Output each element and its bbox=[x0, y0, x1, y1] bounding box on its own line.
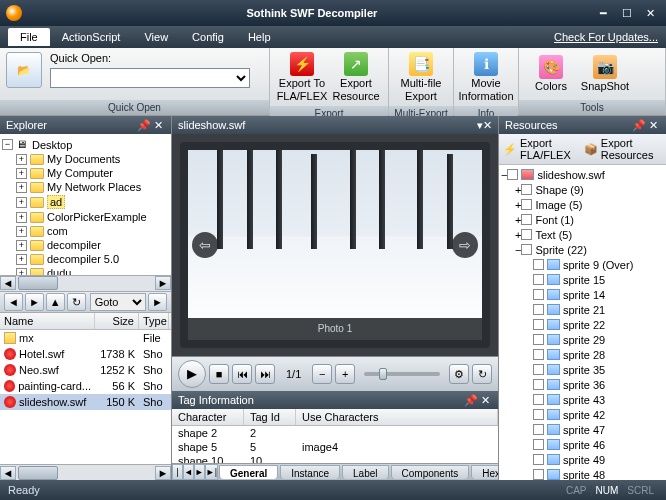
tab-next-button[interactable]: ► bbox=[194, 464, 205, 480]
res-category[interactable]: +Font (1) bbox=[501, 212, 664, 227]
colors-button[interactable]: 🎨Colors bbox=[525, 53, 577, 95]
menu-config[interactable]: Config bbox=[180, 28, 236, 46]
res-item[interactable]: sprite 43 bbox=[501, 392, 664, 407]
res-item[interactable]: sprite 49 bbox=[501, 452, 664, 467]
goto-select[interactable]: Goto bbox=[90, 293, 146, 311]
explorer-hscroll[interactable]: ◄► bbox=[0, 275, 171, 291]
export-resource-button[interactable]: ↗Export Resource bbox=[330, 50, 382, 104]
export-fla-link[interactable]: ⚡Export FLA/FLEX bbox=[503, 137, 580, 161]
seek-knob[interactable] bbox=[379, 368, 387, 380]
doc-tab[interactable]: slideshow.swf bbox=[178, 119, 245, 131]
forward-button[interactable]: ⏭ bbox=[255, 364, 275, 384]
filelist-hscroll[interactable]: ◄► bbox=[0, 464, 171, 480]
multifile-export-button[interactable]: 📑Multi-file Export bbox=[395, 50, 447, 104]
export-resources-link[interactable]: 📦Export Resources bbox=[584, 137, 662, 161]
stop-button[interactable]: ■ bbox=[209, 364, 229, 384]
scroll-right-icon[interactable]: ► bbox=[155, 276, 171, 290]
nav-fwd-button[interactable]: ► bbox=[25, 293, 44, 311]
res-category[interactable]: +Shape (9) bbox=[501, 182, 664, 197]
quick-open-select[interactable] bbox=[50, 68, 250, 88]
col-type[interactable]: Type bbox=[139, 313, 169, 329]
res-item[interactable]: sprite 48 bbox=[501, 467, 664, 480]
loop-button[interactable]: ↻ bbox=[472, 364, 492, 384]
panel-close-icon[interactable]: ✕ bbox=[151, 119, 165, 132]
res-category[interactable]: +Image (5) bbox=[501, 197, 664, 212]
res-item[interactable]: sprite 35 bbox=[501, 362, 664, 377]
tree-node[interactable]: +ad bbox=[2, 194, 169, 210]
menu-help[interactable]: Help bbox=[236, 28, 283, 46]
res-item[interactable]: sprite 47 bbox=[501, 422, 664, 437]
res-item[interactable]: sprite 22 bbox=[501, 317, 664, 332]
res-item[interactable]: sprite 29 bbox=[501, 332, 664, 347]
tree-node[interactable]: +My Network Places bbox=[2, 180, 169, 194]
res-item[interactable]: sprite 28 bbox=[501, 347, 664, 362]
tab-last-button[interactable]: ►| bbox=[205, 464, 218, 480]
snapshot-button[interactable]: 📷SnapShot bbox=[579, 53, 631, 95]
tree-node[interactable]: +My Computer bbox=[2, 166, 169, 180]
res-item[interactable]: sprite 42 bbox=[501, 407, 664, 422]
doc-close-icon[interactable]: ✕ bbox=[483, 119, 492, 132]
nav-up-button[interactable]: ▲ bbox=[46, 293, 65, 311]
taginfo-row[interactable]: shape 22 bbox=[172, 426, 498, 440]
file-row[interactable]: slideshow.swf150 KSho bbox=[0, 394, 171, 410]
tab-general[interactable]: General bbox=[219, 465, 278, 479]
zoom-in-button[interactable]: + bbox=[335, 364, 355, 384]
col-size[interactable]: Size bbox=[95, 313, 139, 329]
nav-back-button[interactable]: ◄ bbox=[4, 293, 23, 311]
res-category[interactable]: −Sprite (22) bbox=[501, 242, 664, 257]
rewind-button[interactable]: ⏮ bbox=[232, 364, 252, 384]
file-row[interactable]: painting-card...56 KSho bbox=[0, 378, 171, 394]
file-row[interactable]: mxFile bbox=[0, 330, 171, 346]
menu-file[interactable]: File bbox=[8, 28, 50, 46]
quick-open-icon[interactable]: 📂 bbox=[6, 52, 42, 88]
res-item[interactable]: sprite 36 bbox=[501, 377, 664, 392]
menu-actionscript[interactable]: ActionScript bbox=[50, 28, 133, 46]
prev-photo-button[interactable]: ⇦ bbox=[192, 232, 218, 258]
taginfo-grid[interactable]: shape 22shape 55image4shape 1010 bbox=[172, 426, 498, 463]
res-item[interactable]: sprite 21 bbox=[501, 302, 664, 317]
tree-node[interactable]: +decompiler 5.0 bbox=[2, 252, 169, 266]
nav-go-button[interactable]: ► bbox=[148, 293, 167, 311]
menu-view[interactable]: View bbox=[132, 28, 180, 46]
taginfo-row[interactable]: shape 55image4 bbox=[172, 440, 498, 454]
res-root[interactable]: −slideshow.swf bbox=[501, 167, 664, 182]
resources-close-icon[interactable]: ✕ bbox=[646, 119, 660, 132]
seek-slider[interactable] bbox=[364, 372, 440, 376]
maximize-button[interactable]: ☐ bbox=[617, 7, 637, 20]
tab-label[interactable]: Label bbox=[342, 465, 388, 479]
col-usechars[interactable]: Use Characters bbox=[296, 409, 498, 425]
tree-node[interactable]: +ColorPickerExample bbox=[2, 210, 169, 224]
tab-first-button[interactable]: |◄ bbox=[172, 464, 183, 480]
taginfo-row[interactable]: shape 1010 bbox=[172, 454, 498, 463]
next-photo-button[interactable]: ⇨ bbox=[452, 232, 478, 258]
res-item[interactable]: sprite 14 bbox=[501, 287, 664, 302]
resources-tree[interactable]: −slideshow.swf+Shape (9)+Image (5)+Font … bbox=[499, 165, 666, 480]
export-fla-button[interactable]: ⚡Export To FLA/FLEX bbox=[276, 50, 328, 104]
minimize-button[interactable]: ━ bbox=[594, 7, 614, 20]
file-list[interactable]: mxFileHotel.swf1738 KShoNeo.swf1252 KSho… bbox=[0, 330, 171, 465]
tab-prev-button[interactable]: ◄ bbox=[183, 464, 194, 480]
col-name[interactable]: Name bbox=[0, 313, 95, 329]
resources-pin-icon[interactable]: 📌 bbox=[632, 119, 646, 132]
movie-info-button[interactable]: ℹMovie Information bbox=[460, 50, 512, 104]
res-item[interactable]: sprite 46 bbox=[501, 437, 664, 452]
file-row[interactable]: Neo.swf1252 KSho bbox=[0, 362, 171, 378]
tree-node[interactable]: +dudu bbox=[2, 266, 169, 275]
tab-instance[interactable]: Instance bbox=[280, 465, 340, 479]
tree-node[interactable]: +My Documents bbox=[2, 152, 169, 166]
file-row[interactable]: Hotel.swf1738 KSho bbox=[0, 346, 171, 362]
check-updates-link[interactable]: Check For Updates... bbox=[554, 31, 658, 43]
tree-root[interactable]: −🖥Desktop bbox=[2, 137, 169, 152]
refresh-button[interactable]: ↻ bbox=[67, 293, 86, 311]
taginfo-close-icon[interactable]: ✕ bbox=[478, 394, 492, 407]
tab-components[interactable]: Components bbox=[391, 465, 470, 479]
scroll-left-icon[interactable]: ◄ bbox=[0, 276, 16, 290]
close-button[interactable]: ✕ bbox=[640, 7, 660, 20]
explorer-tree[interactable]: −🖥Desktop+My Documents+My Computer+My Ne… bbox=[0, 134, 171, 275]
res-item[interactable]: sprite 15 bbox=[501, 272, 664, 287]
col-character[interactable]: Character bbox=[172, 409, 244, 425]
res-item[interactable]: sprite 9 (Over) bbox=[501, 257, 664, 272]
scroll-thumb[interactable] bbox=[18, 276, 58, 290]
pin-icon[interactable]: 📌 bbox=[137, 119, 151, 132]
tree-node[interactable]: +com bbox=[2, 224, 169, 238]
